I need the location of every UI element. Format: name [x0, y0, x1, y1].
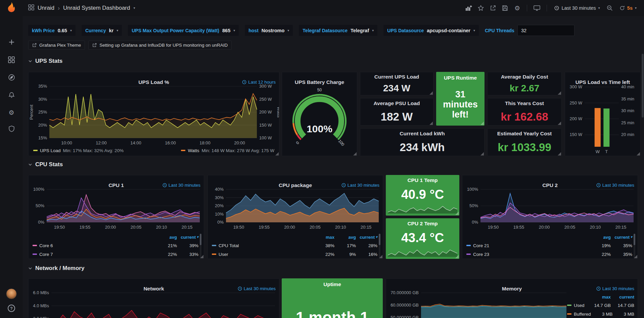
- panel-cpu-package: CPU package Last 30 minutes 40%30%20%10%…: [208, 175, 383, 259]
- save-button[interactable]: [500, 3, 510, 13]
- svg-text:40 min: 40 min: [621, 84, 634, 89]
- svg-text:0: 0: [295, 140, 300, 145]
- legend-row[interactable]: CPU Total38%17%28%: [212, 241, 377, 250]
- svg-text:100 W: 100 W: [259, 135, 272, 140]
- variable-kwh-price[interactable]: kWh Price0.65▾: [28, 25, 76, 36]
- legend-row[interactable]: User22%9%16%: [212, 250, 377, 259]
- dashboard-settings-button[interactable]: ⚙: [512, 3, 522, 13]
- svg-text:20%: 20%: [215, 203, 224, 208]
- navbar-actions: ⚙ Last 30 minutes ▾ 5s ▾: [464, 3, 639, 13]
- sort-caret-icon: ▾: [376, 235, 377, 239]
- help-icon[interactable]: ?: [8, 305, 15, 312]
- svg-text:150 W: 150 W: [259, 123, 272, 128]
- cpu-1-chart[interactable]: 100%50%0%19:5019:5520:0020:0520:1020:15: [29, 187, 204, 230]
- left-sidebar: ⚙ ?: [0, 0, 23, 318]
- variable-telegraf-datasource[interactable]: Telegraf DatasourceTelegraf▾: [299, 25, 377, 36]
- page-scrollbar[interactable]: [642, 54, 644, 118]
- cpu-threads-input[interactable]: [517, 25, 574, 36]
- tv-mode-button[interactable]: [532, 3, 542, 13]
- panel-title[interactable]: Average Daily Cost: [488, 72, 561, 82]
- legend-row[interactable]: Buffered3 MB3 MB: [567, 310, 634, 318]
- svg-text:19:55: 19:55: [259, 225, 270, 230]
- svg-text:20:15: 20:15: [361, 225, 372, 230]
- memory-chart[interactable]: 70.000000 GB60.000000 GB50.000000 GB: [386, 290, 569, 318]
- legend-scrollbar[interactable]: [379, 234, 380, 258]
- link-grafana-influxdb-ups-guide[interactable]: Setting up Grafana and InfluxDB for UPS …: [88, 41, 232, 50]
- row-header-ups-stats[interactable]: UPS Stats: [28, 57, 62, 65]
- legend: avgcurrent▾ Core 2119%35% Core 2322%35%: [466, 233, 632, 259]
- svg-text:20:05: 20:05: [564, 225, 576, 230]
- create-plus-icon[interactable]: [8, 39, 15, 47]
- variable-currency[interactable]: Currencykr▾: [82, 25, 122, 36]
- chevron-down-icon: [28, 267, 32, 270]
- cpu-package-chart[interactable]: 40%30%20%10%0%19:5019:5520:0020:0520:102…: [208, 187, 383, 230]
- svg-text:20:10: 20:10: [335, 225, 346, 230]
- svg-text:19:55: 19:55: [513, 225, 524, 230]
- breadcrumb-app[interactable]: Unraid: [38, 5, 54, 11]
- ups-load-chart[interactable]: 35%30%25%20%15%300 W250 W200 W150 W100 W…: [29, 84, 279, 146]
- svg-text:70.000000 GB: 70.000000 GB: [390, 290, 419, 295]
- explore-compass-icon[interactable]: [8, 74, 15, 82]
- stat-value: kr 2.67: [510, 83, 540, 94]
- panel-title[interactable]: Uptime: [282, 279, 382, 290]
- legend: maxavgcurrent▾ CPU Total38%17%28% User22…: [212, 233, 377, 259]
- alerting-bell-icon[interactable]: [8, 92, 15, 100]
- cpu-2-chart[interactable]: 100%50%0%19:5019:5520:0020:0520:1020:15: [462, 187, 638, 230]
- user-avatar[interactable]: [6, 288, 17, 299]
- configuration-gear-icon[interactable]: ⚙: [8, 109, 14, 116]
- zoom-out-button[interactable]: [605, 3, 615, 13]
- breadcrumb-dashboard-title[interactable]: Unraid System Dashboard: [63, 5, 130, 11]
- legend-scrollbar[interactable]: [200, 234, 201, 258]
- svg-text:0%: 0%: [472, 220, 478, 225]
- legend-item[interactable]: UPS LoadMin: 17% Max: 32% Avg: 20%: [33, 148, 124, 153]
- panel-title[interactable]: UPS Runtime: [436, 72, 484, 84]
- svg-text:20:15: 20:15: [615, 225, 627, 230]
- stat-value: kr 162.68: [501, 110, 548, 123]
- top-navbar: Unraid › Unraid System Dashboard ▾ ⚙ Las…: [23, 0, 644, 16]
- stat-value: kr 1033.99: [498, 141, 551, 154]
- svg-text:20 min: 20 min: [621, 132, 634, 137]
- legend-row[interactable]: Core 722%33%: [33, 250, 198, 259]
- admin-shield-icon[interactable]: [8, 125, 15, 134]
- svg-text:12:00: 12:00: [96, 140, 107, 145]
- share-button[interactable]: [488, 3, 498, 13]
- star-button[interactable]: [476, 3, 486, 13]
- refresh-picker[interactable]: 5s ▾: [617, 3, 639, 13]
- panel-title[interactable]: Estimated Yearly Cost: [488, 129, 561, 139]
- dashboards-icon[interactable]: [8, 56, 15, 64]
- legend-row[interactable]: Core 2322%35%: [466, 250, 632, 259]
- svg-text:50%: 50%: [36, 203, 44, 208]
- panel-title[interactable]: Current Load kWh: [360, 129, 484, 139]
- svg-text:19:55: 19:55: [80, 225, 91, 230]
- ups-battery-gauge[interactable]: 050100100%: [282, 84, 357, 154]
- link-grafana-plex-theme[interactable]: Grafana Plex Theme: [28, 41, 85, 50]
- row-header-network-memory[interactable]: Network / Memory: [28, 264, 84, 272]
- svg-text:35%: 35%: [38, 84, 47, 89]
- variable-ups-datasource[interactable]: UPS Datasourceapcupsd-container▾: [383, 25, 479, 36]
- panel-ups-battery-charge: UPS Battery Charge 050100100%: [282, 72, 357, 156]
- legend-item[interactable]: WattsMin: 148 W Max: 278 W Avg: 175 W: [181, 148, 274, 153]
- panel-title[interactable]: This Years Cost: [488, 98, 561, 108]
- svg-text:35 min: 35 min: [621, 96, 634, 101]
- panel-title[interactable]: Current UPS Load: [360, 72, 433, 82]
- svg-text:20:00: 20:00: [284, 225, 295, 230]
- variable-ups-max-output[interactable]: UPS Max Output Power Capacity (Watt)865▾: [128, 25, 239, 36]
- legend-row[interactable]: Core 2119%35%: [466, 241, 632, 250]
- variable-host[interactable]: hostNostromo▾: [245, 25, 293, 36]
- row-header-cpu-stats[interactable]: CPU Stats: [28, 161, 63, 169]
- panel-cpu-2-temp: CPU 2 Temp 43.4 °C: [386, 218, 459, 259]
- svg-text:50.000000 GB: 50.000000 GB: [390, 315, 419, 318]
- chevron-down-icon: [28, 60, 32, 62]
- legend-row[interactable]: Used14.7 GB14.7 GB: [567, 301, 634, 310]
- legend-scrollbar[interactable]: [634, 234, 635, 258]
- caret-down-icon[interactable]: ▾: [133, 6, 135, 10]
- grafana-logo[interactable]: [5, 2, 18, 14]
- svg-text:50: 50: [317, 88, 322, 92]
- dashboards-grid-icon[interactable]: [28, 4, 34, 12]
- network-chart[interactable]: 6.0 MBs4.0 MBs2.0 MBs0 MBs: [29, 290, 279, 318]
- panel-title[interactable]: Average PSU Load: [360, 98, 433, 108]
- legend-row[interactable]: Core 621%39%: [33, 241, 198, 250]
- add-panel-button[interactable]: [464, 3, 474, 13]
- time-range-picker[interactable]: Last 30 minutes ▾: [552, 3, 602, 13]
- ups-load-vs-time-chart[interactable]: 300 W250 W200 W150 W40 min35 min30 min25…: [565, 84, 640, 155]
